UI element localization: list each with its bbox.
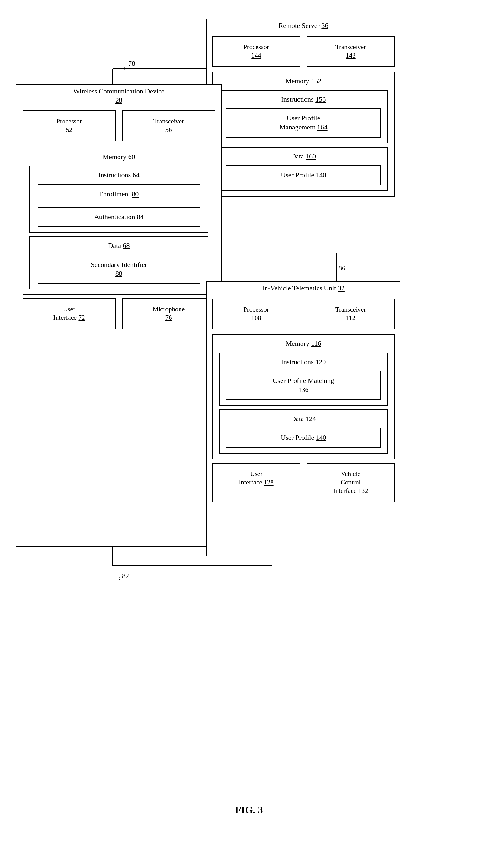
wcd-microphone-label: Microphone 76 bbox=[126, 303, 211, 324]
rs-instructions-title: Instructions 156 bbox=[222, 93, 385, 106]
rs-upm-label: User ProfileManagement 164 bbox=[230, 112, 377, 134]
wcd-transceiver-box: Transceiver 56 bbox=[122, 110, 215, 141]
tel-memory-title: Memory 116 bbox=[215, 337, 392, 350]
wcd-data-title: Data 68 bbox=[32, 240, 205, 252]
tel-transceiver-label: Transceiver 112 bbox=[310, 303, 391, 324]
wcd-instructions-title: Instructions 64 bbox=[32, 169, 205, 181]
wcd-memory-box: Memory 60 Instructions 64 Enrollment 80 bbox=[23, 148, 215, 295]
rs-transceiver-box: Transceiver 148 bbox=[306, 36, 395, 67]
tel-ui-box: UserInterface 128 bbox=[212, 463, 300, 502]
tel-user-profile-box: User Profile 140 bbox=[226, 428, 381, 448]
tel-ui-label: UserInterface 128 bbox=[216, 468, 297, 489]
wcd-secondary-id-box: Secondary Identifier 88 bbox=[38, 255, 200, 284]
tel-processor-box: Processor 108 bbox=[212, 298, 300, 329]
remote-server-box: Remote Server 36 Processor 144 Transceiv… bbox=[207, 19, 401, 253]
svg-text:86: 86 bbox=[339, 264, 345, 272]
rs-processor-box: Processor 144 bbox=[212, 36, 300, 67]
figure-label: FIG. 3 bbox=[0, 804, 498, 816]
wcd-enrollment-box: Enrollment 80 bbox=[38, 184, 200, 204]
tel-upm-box: User Profile Matching 136 bbox=[226, 371, 381, 400]
rs-user-profile-box: User Profile 140 bbox=[226, 165, 381, 185]
wcd-authentication-box: Authentication 84 bbox=[38, 207, 200, 227]
tel-data-title: Data 124 bbox=[222, 412, 385, 425]
rs-data-title: Data 160 bbox=[222, 150, 385, 163]
rs-instructions-box: Instructions 156 User ProfileManagement … bbox=[219, 90, 388, 143]
wcd-ui-box: UserInterface 72 bbox=[23, 298, 116, 329]
wcd-enrollment-label: Enrollment 80 bbox=[41, 188, 196, 201]
wcd-processor-label: Processor 52 bbox=[26, 116, 112, 136]
wcd-title: Wireless Communication Device 28 bbox=[16, 85, 222, 107]
svg-text:78: 78 bbox=[128, 59, 135, 67]
wcd-microphone-box: Microphone 76 bbox=[122, 298, 215, 329]
rs-transceiver-label: Transceiver 148 bbox=[310, 41, 391, 62]
rs-upm-box: User ProfileManagement 164 bbox=[226, 108, 381, 137]
tel-user-profile-label: User Profile 140 bbox=[230, 431, 377, 444]
remote-server-title: Remote Server 36 bbox=[207, 19, 400, 32]
rs-memory-box: Memory 152 Instructions 156 User Profile… bbox=[212, 71, 395, 196]
wcd-secondary-id-label: Secondary Identifier 88 bbox=[41, 258, 196, 280]
rs-memory-title: Memory 152 bbox=[215, 75, 392, 87]
tel-processor-label: Processor 108 bbox=[216, 303, 297, 324]
remote-server-id: 36 bbox=[321, 22, 328, 29]
wcd-instructions-box: Instructions 64 Enrollment 80 Authentica… bbox=[29, 166, 208, 233]
rs-data-box: Data 160 User Profile 140 bbox=[219, 147, 388, 191]
wcd-memory-title: Memory 60 bbox=[26, 151, 212, 163]
telematics-box: In-Vehicle Telematics Unit 32 Processor … bbox=[207, 281, 401, 556]
tel-vci-box: VehicleControlInterface 132 bbox=[306, 463, 395, 502]
wcd-data-box: Data 68 Secondary Identifier 88 bbox=[29, 236, 208, 289]
wcd-transceiver-label: Transceiver 56 bbox=[126, 116, 211, 136]
tel-vci-label: VehicleControlInterface 132 bbox=[310, 468, 391, 497]
tel-instructions-title: Instructions 120 bbox=[222, 356, 385, 368]
wcd-ui-label: UserInterface 72 bbox=[26, 303, 112, 324]
tel-upm-label: User Profile Matching 136 bbox=[230, 375, 377, 396]
rs-user-profile-label: User Profile 140 bbox=[230, 169, 377, 181]
wireless-device-box: Wireless Communication Device 28 Process… bbox=[16, 84, 222, 547]
rs-processor-label: Processor 144 bbox=[216, 41, 297, 62]
diagram: 78 86 82 Remote Server 36 Processor 144 bbox=[0, 0, 498, 828]
tel-instructions-box: Instructions 120 User Profile Matching 1… bbox=[219, 353, 388, 406]
wcd-authentication-label: Authentication 84 bbox=[41, 211, 196, 223]
tel-transceiver-box: Transceiver 112 bbox=[306, 298, 395, 329]
telematics-title: In-Vehicle Telematics Unit 32 bbox=[207, 282, 400, 295]
tel-memory-box: Memory 116 Instructions 120 User Profile… bbox=[212, 334, 395, 459]
svg-text:82: 82 bbox=[122, 572, 129, 580]
tel-data-box: Data 124 User Profile 140 bbox=[219, 409, 388, 453]
wcd-processor-box: Processor 52 bbox=[23, 110, 116, 141]
